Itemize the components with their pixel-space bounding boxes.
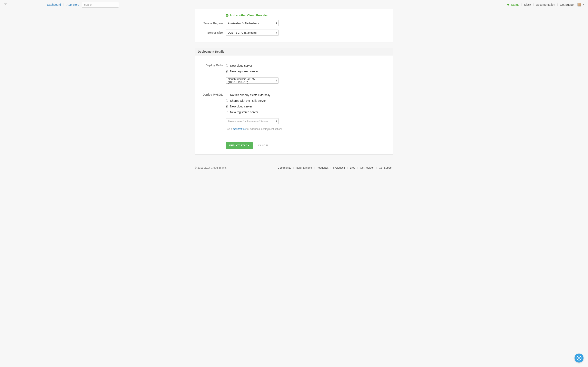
avatar[interactable] (577, 3, 581, 7)
server-region-select[interactable]: Amsterdam 3, Netherlands (226, 20, 279, 26)
footer-links: Community| Refer a friend| Feedback| @cl… (278, 166, 393, 169)
user-menu-caret-icon[interactable] (583, 4, 584, 5)
server-size-select[interactable]: 2GB - 2 CPU (Standard) (226, 30, 279, 36)
deploy-rails-radios: New cloud server New registered server (226, 64, 389, 73)
add-cloud-provider[interactable]: + Add another Cloud Provider (226, 14, 268, 17)
mysql-shared-radio[interactable]: Shared with the Rails server (226, 99, 389, 102)
nav-slack[interactable]: Slack (524, 3, 531, 6)
rails-server-select[interactable]: cloud66docker1-a61c55 (108.61.199.213) (226, 77, 279, 83)
nav-appstore[interactable]: App Store (67, 3, 79, 6)
nav-get-support[interactable]: Get Support (560, 3, 576, 6)
deployment-details-header: Deployment Details (195, 48, 393, 55)
rails-new-registered-radio[interactable]: New registered server (226, 70, 389, 73)
deploy-rails-label: Deploy Rails (195, 64, 226, 67)
topbar-left: Dashboard | App Store (4, 2, 119, 8)
deploy-mysql-radios: No this already exists externally Shared… (226, 93, 389, 114)
mysql-server-select[interactable]: Please select a Registered Server (226, 118, 279, 124)
radio-icon (226, 105, 228, 108)
footer-refer[interactable]: Refer a friend (296, 166, 312, 169)
mysql-external-radio[interactable]: No this already exists externally (226, 93, 389, 97)
mysql-server-placeholder: Please select a Registered Server (228, 120, 268, 123)
mail-icon[interactable] (4, 3, 7, 6)
rails-new-cloud-label: New cloud server (230, 64, 252, 67)
radio-icon (226, 70, 228, 73)
server-region-value: Amsterdam 3, Netherlands (228, 22, 259, 25)
add-cloud-provider-label: Add another Cloud Provider (230, 14, 268, 17)
footer-feedback[interactable]: Feedback (317, 166, 328, 169)
deploy-stack-button[interactable]: DEPLOY STACK (226, 142, 253, 149)
server-size-value: 2GB - 2 CPU (Standard) (228, 31, 257, 34)
footer: © 2011-2017 Cloud 66 Inc. Community| Ref… (0, 161, 588, 174)
radio-icon (226, 111, 228, 113)
search-input[interactable] (82, 2, 119, 8)
status-dot-icon (507, 4, 509, 6)
deployment-details-panel: Deployment Details Deploy Rails New clou… (195, 48, 393, 155)
nav-dashboard[interactable]: Dashboard (47, 3, 61, 6)
cloud-panel: + Add another Cloud Provider Server Regi… (195, 9, 393, 42)
nav-status[interactable]: Status (511, 3, 519, 6)
footer-community[interactable]: Community (278, 166, 291, 169)
rails-server-value: cloud66docker1-a61c55 (108.61.199.213) (228, 77, 273, 83)
deploy-mysql-label: Deploy MySQL (195, 93, 226, 96)
mysql-external-label: No this already exists externally (230, 93, 270, 97)
footer-blog[interactable]: Blog (350, 166, 355, 169)
nav-documentation[interactable]: Documentation (536, 3, 555, 6)
footer-support[interactable]: Get Support (379, 166, 393, 169)
mysql-new-cloud-label: New cloud server (230, 105, 252, 108)
copyright: © 2011-2017 Cloud 66 Inc. (195, 166, 227, 169)
cancel-button[interactable]: CANCEL (258, 144, 269, 147)
manifest-hint: Use a manifest file for additional deplo… (226, 128, 389, 131)
topbar-right: Status | Slack | Documentation | Get Sup… (507, 3, 584, 7)
server-size-label: Server Size (195, 31, 226, 34)
server-region-label: Server Region (195, 22, 226, 25)
rails-new-registered-label: New registered server (230, 70, 258, 73)
radio-icon (226, 100, 228, 102)
nav-separator: | (63, 3, 64, 6)
rails-new-cloud-radio[interactable]: New cloud server (226, 64, 389, 67)
footer-toolbelt[interactable]: Get Toolbelt (360, 166, 374, 169)
footer-twitter[interactable]: @cloud66 (333, 166, 345, 169)
mysql-shared-label: Shared with the Rails server (230, 99, 266, 102)
manifest-link[interactable]: manifest file (233, 128, 246, 131)
plus-circle-icon: + (226, 14, 228, 17)
mysql-new-registered-label: New registered server (230, 110, 258, 114)
radio-icon (226, 94, 228, 96)
topbar: Dashboard | App Store Status | Slack | D… (0, 0, 588, 9)
radio-icon (226, 64, 228, 67)
actions: DEPLOY STACK CANCEL (195, 137, 393, 154)
mysql-new-cloud-radio[interactable]: New cloud server (226, 105, 389, 108)
mysql-new-registered-radio[interactable]: New registered server (226, 110, 389, 114)
